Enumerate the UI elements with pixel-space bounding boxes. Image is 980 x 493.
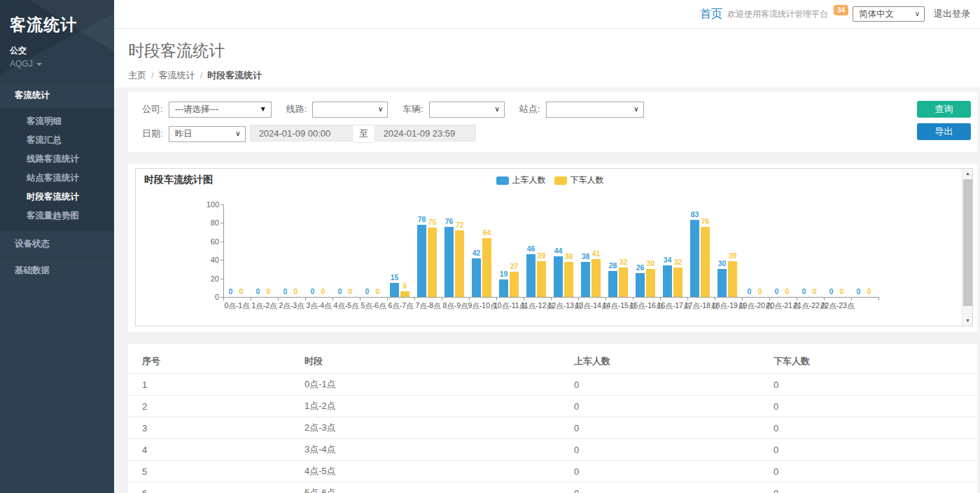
chart-bar bbox=[526, 254, 536, 297]
caret-down-icon bbox=[36, 63, 42, 66]
sidebar-item-passenger-detail[interactable]: 客流明细 bbox=[0, 112, 114, 131]
date-to-input[interactable] bbox=[374, 125, 476, 141]
date-from-input[interactable] bbox=[250, 125, 353, 141]
breadcrumb-home[interactable]: 主页 bbox=[128, 70, 146, 81]
date-preset-select[interactable]: 昨日 bbox=[169, 127, 245, 141]
chart-scrollbar[interactable]: ▲ ▼ bbox=[962, 169, 972, 326]
x-axis-tick bbox=[742, 298, 743, 300]
x-axis-tick bbox=[442, 298, 442, 300]
bar-value-label: 41 bbox=[582, 249, 610, 258]
bar-value-label: 0 bbox=[364, 287, 392, 296]
filter-panel: 公司: ---请选择--- ▼ 线路: ∨ 车辆: ∨ 站点: bbox=[128, 92, 977, 152]
table-row: 43点-4点00 bbox=[128, 439, 977, 461]
topbar: 首页 欢迎使用客流统计管理平台 34 简体中文 ∨ 退出登录 bbox=[114, 0, 980, 29]
y-axis-label: 40 bbox=[197, 256, 219, 264]
bar-value-label: 15 bbox=[381, 273, 409, 282]
bar-value-label: 39 bbox=[719, 251, 747, 260]
home-link[interactable]: 首页 bbox=[700, 7, 722, 22]
col-serial: 序号 bbox=[128, 344, 290, 374]
company-select[interactable]: ---请选择--- bbox=[169, 102, 271, 117]
table-cell: 0点-1点 bbox=[290, 374, 560, 396]
x-axis-tick bbox=[496, 298, 497, 300]
bar-value-label: 6 bbox=[391, 282, 419, 290]
sidebar-item-line-stats[interactable]: 线路客流统计 bbox=[0, 150, 114, 169]
breadcrumb-section[interactable]: 客流统计 bbox=[159, 70, 195, 81]
company-name: 公交 bbox=[10, 45, 104, 57]
table-cell: 0 bbox=[760, 439, 977, 461]
table-cell: 0 bbox=[760, 461, 977, 482]
x-axis-tick bbox=[387, 298, 388, 300]
x-axis-tick bbox=[606, 298, 606, 300]
chart-bar bbox=[417, 225, 426, 297]
user-menu[interactable]: AQGJ bbox=[10, 59, 104, 69]
bar-value-label: 0 bbox=[855, 287, 883, 296]
breadcrumb-separator: / bbox=[151, 70, 154, 81]
x-axis-tick bbox=[305, 298, 306, 300]
chart-bar bbox=[718, 269, 727, 297]
table-cell: 3 bbox=[128, 417, 290, 439]
table-cell: 6 bbox=[128, 482, 290, 493]
x-axis-tick bbox=[524, 298, 524, 300]
scrollbar-thumb[interactable] bbox=[963, 179, 972, 306]
period-stats-table: 序号 时段 上车人数 下车人数 10点-1点0021点-2点0032点-3点00… bbox=[128, 344, 977, 493]
legend-item-alighting[interactable]: 下车人数 bbox=[554, 174, 604, 186]
chart-bar bbox=[636, 273, 645, 297]
sidebar-item-trend-chart[interactable]: 客流量趋势图 bbox=[0, 207, 114, 225]
sidebar-item-passenger-stats[interactable]: 客流统计 bbox=[0, 82, 114, 109]
vehicle-select[interactable] bbox=[430, 102, 504, 117]
table-row: 21点-2点00 bbox=[128, 396, 977, 417]
legend-item-boarding[interactable]: 上车人数 bbox=[496, 174, 546, 186]
x-axis-tick bbox=[660, 298, 661, 300]
x-axis-tick bbox=[414, 298, 415, 300]
x-axis-tick bbox=[469, 298, 470, 300]
table-cell: 0 bbox=[760, 417, 977, 439]
x-axis-tick bbox=[851, 298, 852, 300]
welcome-text: 欢迎使用客流统计管理平台 bbox=[727, 8, 828, 20]
table-cell: 0 bbox=[560, 417, 760, 439]
table-cell: 0 bbox=[760, 482, 977, 493]
brand-area: 客流统计 公交 AQGJ bbox=[0, 0, 114, 82]
language-select[interactable]: 简体中文 bbox=[853, 7, 924, 21]
scroll-up-icon[interactable]: ▲ bbox=[962, 169, 973, 179]
page-header: 时段客流统计 主页/客流统计/时段客流统计 bbox=[114, 29, 980, 88]
export-button[interactable]: 导出 bbox=[917, 123, 971, 140]
chart-bar bbox=[663, 265, 672, 297]
sidebar-item-base-data[interactable]: 基础数据 bbox=[0, 257, 114, 284]
sidebar-item-period-stats[interactable]: 时段客流统计 bbox=[0, 188, 114, 207]
y-axis-label: 0 bbox=[197, 293, 219, 301]
table-cell: 2点-3点 bbox=[290, 417, 560, 439]
company-label: 公司: bbox=[142, 103, 163, 116]
company-select-wrap: ---请选择--- ▼ bbox=[169, 102, 272, 118]
chart-bar bbox=[690, 220, 699, 297]
table-cell: 0 bbox=[760, 396, 977, 417]
y-axis-label: 100 bbox=[197, 200, 219, 209]
breadcrumb: 主页/客流统计/时段客流统计 bbox=[128, 69, 980, 82]
scroll-down-icon[interactable]: ▼ bbox=[962, 316, 973, 326]
y-axis-label: 80 bbox=[197, 218, 219, 227]
bar-value-label: 64 bbox=[473, 228, 501, 237]
line-select[interactable] bbox=[313, 102, 387, 117]
x-axis-tick bbox=[687, 298, 688, 300]
chart-title: 时段车流统计图 bbox=[144, 174, 213, 186]
bar-value-label: 32 bbox=[664, 258, 692, 266]
table-cell: 2 bbox=[128, 396, 290, 417]
sidebar-item-device-status[interactable]: 设备状态 bbox=[0, 230, 114, 257]
search-button[interactable]: 查询 bbox=[917, 101, 971, 118]
sidebar-item-station-stats[interactable]: 站点客流统计 bbox=[0, 169, 114, 188]
bar-value-label: 27 bbox=[500, 262, 528, 270]
table-cell: 0 bbox=[560, 396, 760, 417]
table-cell: 0 bbox=[560, 482, 760, 493]
legend-swatch-yellow bbox=[554, 176, 567, 185]
sidebar-item-passenger-summary[interactable]: 客流汇总 bbox=[0, 131, 114, 150]
bar-value-label: 72 bbox=[446, 221, 474, 229]
chart-bar bbox=[564, 262, 573, 297]
y-axis-line bbox=[223, 204, 224, 297]
x-axis-tick bbox=[251, 298, 251, 300]
x-axis-tick bbox=[578, 298, 579, 300]
vehicle-select-wrap: ∨ bbox=[429, 102, 505, 118]
station-select[interactable] bbox=[547, 102, 643, 117]
table-cell: 4 bbox=[128, 439, 290, 461]
chart-bar bbox=[472, 258, 481, 297]
logout-link[interactable]: 退出登录 bbox=[934, 8, 970, 20]
table-cell: 0 bbox=[760, 374, 977, 396]
